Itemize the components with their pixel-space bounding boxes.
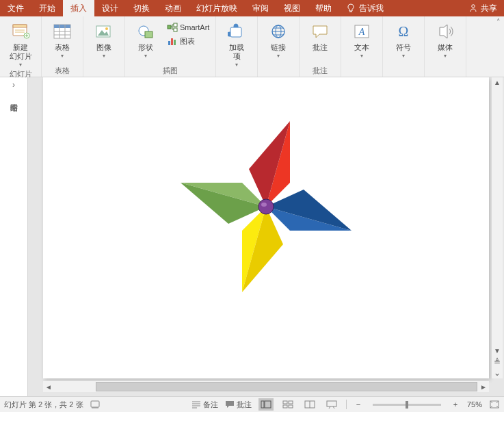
tell-me[interactable]: 告诉我 xyxy=(339,3,390,14)
tab-home[interactable]: 开始 xyxy=(31,0,63,16)
dropdown-icon: ▾ xyxy=(235,62,238,68)
images-label: 图像 xyxy=(96,43,111,52)
dropdown-icon: ▾ xyxy=(277,53,280,59)
tab-animations[interactable]: 动画 xyxy=(157,0,189,16)
group-comments-label: 批注 xyxy=(313,66,328,76)
slide-counter: 幻灯片 第 2 张，共 2 张 xyxy=(4,400,83,410)
svg-rect-54 xyxy=(283,401,287,404)
share-icon xyxy=(468,3,478,13)
thumbnails-pane[interactable]: › 缩略图 xyxy=(0,77,28,396)
symbol-label: 符号 xyxy=(396,43,411,52)
zoom-percent[interactable]: 75% xyxy=(467,400,482,409)
svg-text:Ω: Ω xyxy=(399,24,409,39)
slide-sorter-button[interactable] xyxy=(280,398,295,411)
vertical-scrollbar[interactable]: ▲ ▼ ≜ ⌄ xyxy=(492,77,503,378)
tab-help[interactable]: 帮助 xyxy=(308,0,339,16)
scroll-left-icon[interactable]: ◄ xyxy=(43,383,54,391)
dropdown-icon: ▾ xyxy=(103,53,105,59)
notes-button[interactable]: 备注 xyxy=(191,400,218,410)
scroll-down-icon[interactable]: ▼ xyxy=(492,346,503,357)
svg-rect-10 xyxy=(54,25,70,28)
text-button[interactable]: A 文本 ▾ xyxy=(345,20,378,60)
zoom-out-button[interactable]: − xyxy=(354,400,363,409)
normal-view-button[interactable] xyxy=(258,398,274,411)
slideshow-view-button[interactable] xyxy=(324,398,339,411)
svg-rect-3 xyxy=(13,25,27,27)
menu-tab-bar: 文件 开始 插入 设计 切换 动画 幻灯片放映 审阅 视图 帮助 告诉我 共享 xyxy=(0,0,504,16)
notes-label: 备注 xyxy=(203,400,218,410)
tell-me-label: 告诉我 xyxy=(359,3,384,14)
bulb-icon xyxy=(346,3,356,13)
tab-file[interactable]: 文件 xyxy=(0,0,31,16)
comments-label: 批注 xyxy=(237,400,252,410)
group-illustrations-label: 插图 xyxy=(163,66,178,76)
zoom-slider[interactable] xyxy=(373,404,441,406)
addins-icon xyxy=(226,21,247,42)
images-button[interactable]: 图像 ▾ xyxy=(88,20,120,60)
zoom-in-button[interactable]: + xyxy=(451,400,460,409)
shapes-button[interactable]: 形状 ▾ xyxy=(129,20,162,60)
prev-slide-icon[interactable]: ≜ xyxy=(492,357,503,367)
link-button[interactable]: 链接 ▾ xyxy=(262,20,295,60)
media-icon xyxy=(435,21,455,42)
chart-button[interactable]: 图表 xyxy=(165,35,211,47)
language-icon[interactable] xyxy=(90,400,100,409)
shapes-label: 形状 xyxy=(138,43,153,52)
dropdown-icon: ▾ xyxy=(360,53,363,59)
status-bar: 幻灯片 第 2 张，共 2 张 备注 批注 − + 75% xyxy=(0,396,504,412)
tab-view[interactable]: 视图 xyxy=(276,0,308,16)
pinwheel-shape[interactable] xyxy=(163,104,369,309)
link-label: 链接 xyxy=(271,43,286,52)
new-slide-button[interactable]: 新建 幻灯片 ▾ xyxy=(4,20,37,69)
svg-rect-46 xyxy=(91,401,99,407)
group-tables-label: 表格 xyxy=(55,66,70,76)
svg-point-45 xyxy=(261,203,267,207)
comment-label: 批注 xyxy=(313,43,328,52)
svg-rect-24 xyxy=(171,38,173,45)
tab-insert[interactable]: 插入 xyxy=(63,0,94,16)
horizontal-scrollbar[interactable]: ◄ ► xyxy=(43,381,489,392)
svg-rect-20 xyxy=(168,25,171,29)
shapes-icon xyxy=(135,21,156,42)
fit-to-window-button[interactable] xyxy=(489,400,500,409)
dropdown-icon: ▾ xyxy=(144,53,147,59)
hscroll-thumb[interactable] xyxy=(96,382,477,391)
images-icon xyxy=(94,21,114,42)
addins-label: 加载 项 xyxy=(229,43,244,61)
tab-transitions[interactable]: 切换 xyxy=(126,0,157,16)
workspace: › 缩略图 xyxy=(0,77,504,396)
new-slide-label: 新建 幻灯片 xyxy=(10,43,32,61)
collapse-ribbon-icon[interactable]: ˄ xyxy=(496,18,501,27)
scroll-up-icon[interactable]: ▲ xyxy=(492,77,503,88)
svg-rect-53 xyxy=(265,401,271,408)
svg-text:A: A xyxy=(358,27,365,37)
svg-rect-56 xyxy=(283,405,287,408)
table-button[interactable]: 表格 ▾ xyxy=(46,20,79,60)
dropdown-icon: ▾ xyxy=(402,53,405,59)
dropdown-icon: ▾ xyxy=(19,62,22,68)
svg-rect-52 xyxy=(261,401,264,408)
tab-slideshow[interactable]: 幻灯片放映 xyxy=(189,0,245,16)
new-slide-icon xyxy=(10,21,31,42)
addins-button[interactable]: 加载 项 ▾ xyxy=(220,20,253,69)
tab-design[interactable]: 设计 xyxy=(94,0,126,16)
dropdown-icon: ▾ xyxy=(61,53,64,59)
dropdown-icon: ▾ xyxy=(444,53,447,59)
next-slide-icon[interactable]: ⌄ xyxy=(492,367,503,378)
media-label: 媒体 xyxy=(438,43,453,52)
symbol-icon: Ω xyxy=(393,21,414,42)
svg-point-17 xyxy=(105,27,108,30)
link-icon xyxy=(268,21,289,42)
comments-button[interactable]: 批注 xyxy=(225,400,252,410)
slide-canvas[interactable] xyxy=(43,77,489,378)
tab-review[interactable]: 审阅 xyxy=(245,0,276,16)
reading-view-button[interactable] xyxy=(302,398,317,411)
comment-icon xyxy=(310,21,330,42)
comment-button[interactable]: 批注 xyxy=(304,20,336,53)
expand-thumbnails-icon[interactable]: › xyxy=(0,77,27,92)
share-button[interactable]: 共享 xyxy=(462,3,504,14)
scroll-right-icon[interactable]: ► xyxy=(478,383,489,391)
smartart-button[interactable]: SmartArt xyxy=(165,21,211,34)
media-button[interactable]: 媒体 ▾ xyxy=(429,20,462,60)
symbol-button[interactable]: Ω 符号 ▾ xyxy=(387,20,420,60)
